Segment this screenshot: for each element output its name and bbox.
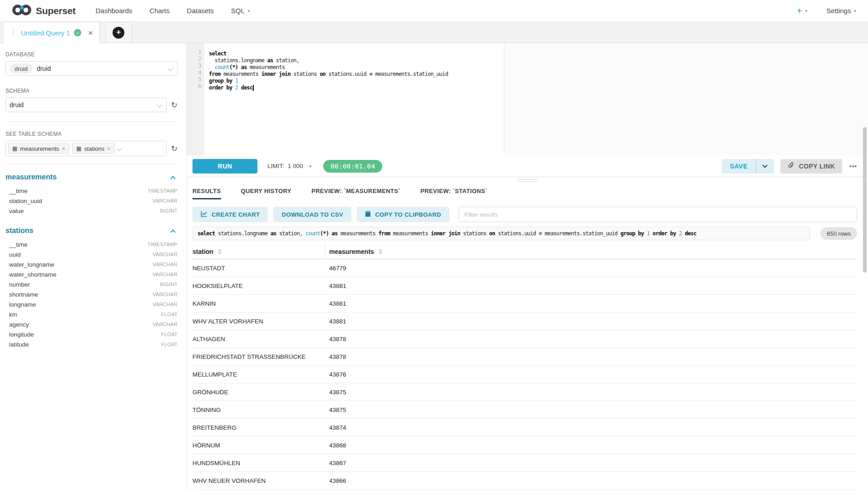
remove-table-icon[interactable]: × [62,146,65,152]
schema-value: druid [10,101,24,109]
cell-measurements: 43876 [326,371,346,378]
column-type: TIMESTAMP [148,188,178,193]
nav-item-sql[interactable]: SQL ▾ [231,7,250,15]
save-button[interactable]: SAVE [722,159,756,174]
copy-clipboard-label: COPY TO CLIPBOARD [375,211,441,218]
create-chart-button[interactable]: CREATE CHART [192,207,268,222]
table-chip-label: measurements [20,145,59,152]
table-name: stations [5,227,33,235]
divider [5,164,178,164]
link-icon [788,162,795,170]
column-header-station[interactable]: station [192,244,326,259]
run-button[interactable]: RUN [192,159,257,174]
editor-toolbar: RUN LIMIT: 1 000 ▾ 00:00:01.04 SAVE [187,155,868,177]
column-name: agency [9,321,29,328]
superset-infinity-icon [12,3,32,19]
new-item-button[interactable]: + ▾ [797,6,807,15]
results-tab[interactable]: PREVIEW: `STATIONS` [420,184,488,199]
column-name: uuid [9,251,21,258]
chevron-down-icon [117,146,122,151]
more-actions-button[interactable]: ••• [849,163,857,169]
results-table-header: station measurements [192,244,857,259]
nav-item-datasets[interactable]: Datasets [187,7,214,15]
resize-handle[interactable] [518,179,538,182]
column-row: longitude FLOAT [5,329,178,339]
limit-dropdown[interactable]: LIMIT: 1 000 ▾ [267,163,311,169]
table-row: ALTHAGEN 43878 [192,330,857,348]
nav-menu: Dashboards Charts Datasets SQL ▾ [95,7,250,15]
cell-measurements: 43875 [326,389,346,396]
column-type: BIGINT [160,208,178,213]
cell-measurements: 46779 [326,265,346,272]
table-schema-select[interactable]: ▦ measurements × ▦ stations × [5,141,167,156]
column-type: FLOAT [161,312,178,317]
chart-icon [201,211,207,218]
results-tab[interactable]: QUERY HISTORY [241,184,291,199]
collapse-chevron-up-icon[interactable] [170,176,175,181]
column-name: longname [9,301,36,308]
drag-handle-icon[interactable]: ⋮ [10,30,17,36]
cell-station: HUNDSMÜHLEN [192,460,326,466]
schema-label: SCHEMA [5,88,178,94]
column-type: TIMESTAMP [148,242,178,247]
query-tab-active[interactable]: ⋮ Untitled Query 1 ✓ × [3,22,100,43]
column-row: latitude FLOAT [5,339,178,349]
column-name: __time [9,241,28,248]
cell-measurements: 43874 [326,424,346,431]
sql-editor[interactable]: 123456 select stations.longname as stati… [187,43,868,155]
column-type: FLOAT [161,332,178,337]
column-row: __time TIMESTAMP [5,186,178,196]
column-type: VARCHAR [153,252,178,257]
add-query-tab[interactable]: + [105,22,132,43]
save-options-button[interactable] [756,159,774,174]
column-header-measurements[interactable]: measurements [326,248,382,255]
results-tab[interactable]: RESULTS [192,184,221,199]
copy-clipboard-button[interactable]: COPY TO CLIPBOARD [357,207,449,222]
line-number-gutter: 123456 [187,43,204,155]
code-area[interactable]: select stations.longname as station, cou… [204,43,868,155]
code-line: group by 1 [209,76,868,83]
table-row: BREITENBERG 43874 [192,419,857,436]
line-number: 3 [187,63,201,69]
column-name: station_uuid [9,198,42,204]
database-select[interactable]: druid druid [5,61,178,76]
column-row: longname VARCHAR [5,299,178,309]
column-type: VARCHAR [153,272,178,277]
cell-station: KARNIN [192,300,326,307]
superset-logo[interactable]: Superset [12,3,75,19]
query-tab-title: Untitled Query 1 [21,29,70,37]
rows-count-badge: 650 rows [820,227,857,240]
download-csv-button[interactable]: DOWNLOAD TO CSV [273,207,351,222]
schema-select[interactable]: druid [5,98,167,112]
nav-item-charts[interactable]: Charts [149,7,169,15]
sql-editor-pane: 123456 select stations.longname as stati… [187,43,868,491]
database-type-pill: druid [10,64,33,74]
refresh-tables-icon[interactable]: ↻ [171,145,178,153]
column-type: VARCHAR [153,292,178,297]
sql-lab-app: Superset Dashboards Charts Datasets SQL … [0,0,868,491]
line-number: 6 [187,83,201,90]
close-tab-icon[interactable]: × [88,29,93,37]
cell-station: WHV ALTER VORHAFEN [192,318,326,325]
settings-label: Settings [826,7,851,15]
copy-link-button[interactable]: COPY LINK [780,159,843,174]
page-scrollbar-thumb[interactable] [863,127,867,273]
column-row: km FLOAT [5,309,178,319]
results-tab[interactable]: PREVIEW: `MEASUREMENTS` [311,184,400,199]
filter-results-input[interactable] [459,207,857,222]
collapse-chevron-up-icon[interactable] [170,229,175,234]
settings-menu[interactable]: Settings ▾ [826,7,856,15]
chevron-down-icon [157,102,162,107]
remove-table-icon[interactable]: × [107,146,111,152]
nav-item-dashboards[interactable]: Dashboards [95,7,132,15]
chevron-down-icon [168,66,173,71]
column-name: km [9,311,17,318]
results-pane: RESULTSQUERY HISTORYPREVIEW: `MEASUREMEN… [187,184,868,491]
column-type: VARCHAR [153,302,178,307]
column-row: water_longname VARCHAR [5,259,178,269]
refresh-schemas-icon[interactable]: ↻ [171,101,178,109]
main-split: DATABASE druid druid SCHEMA druid ↻ SEE … [0,43,868,491]
line-number: 2 [187,56,201,63]
code-line: select [209,49,868,56]
nav-right: + ▾ Settings ▾ [797,6,856,15]
